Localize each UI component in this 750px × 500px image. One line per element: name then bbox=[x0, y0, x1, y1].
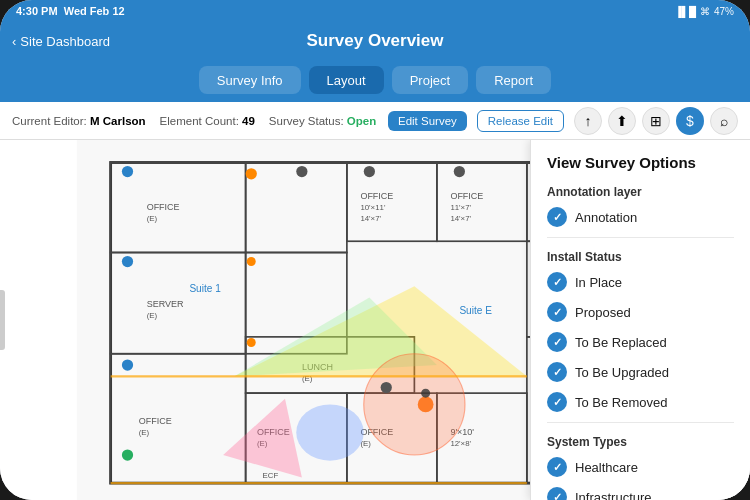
svg-text:(E): (E) bbox=[139, 428, 150, 437]
option-infrastructure[interactable]: Infrastructure bbox=[547, 487, 734, 500]
wifi-icon: ⌘ bbox=[700, 6, 710, 17]
svg-text:Suite 1: Suite 1 bbox=[189, 283, 221, 294]
search-icon[interactable]: ⌕ bbox=[710, 107, 738, 135]
back-label: Site Dashboard bbox=[20, 34, 110, 49]
option-to-be-upgraded[interactable]: To Be Upgraded bbox=[547, 362, 734, 382]
svg-text:ECF: ECF bbox=[263, 471, 279, 480]
svg-point-62 bbox=[247, 338, 256, 347]
device-frame: 4:30 PM Wed Feb 12 ▐▌█ ⌘ 47% ‹ Site Dash… bbox=[0, 0, 750, 500]
svg-point-54 bbox=[296, 166, 307, 177]
infrastructure-label: Infrastructure bbox=[575, 490, 652, 501]
svg-text:14'×7': 14'×7' bbox=[450, 214, 471, 223]
annotation-layer-header: Annotation layer bbox=[547, 185, 734, 199]
tab-project[interactable]: Project bbox=[392, 66, 468, 94]
option-in-place[interactable]: In Place bbox=[547, 272, 734, 292]
system-types-header: System Types bbox=[547, 435, 734, 449]
svg-text:OFFICE: OFFICE bbox=[139, 416, 172, 426]
svg-point-46 bbox=[296, 404, 364, 460]
check-proposed-icon bbox=[547, 302, 567, 322]
check-annotation-icon bbox=[547, 207, 567, 227]
status-time: 4:30 PM Wed Feb 12 bbox=[16, 5, 125, 17]
tab-survey-info[interactable]: Survey Info bbox=[199, 66, 301, 94]
svg-point-52 bbox=[122, 166, 133, 177]
svg-point-67 bbox=[421, 389, 430, 398]
check-removed-icon bbox=[547, 392, 567, 412]
left-scroll-handle bbox=[0, 290, 5, 350]
tab-report[interactable]: Report bbox=[476, 66, 551, 94]
svg-point-66 bbox=[418, 397, 434, 413]
svg-point-55 bbox=[364, 166, 375, 177]
svg-point-61 bbox=[247, 257, 256, 266]
tab-bar: Survey Info Layout Project Report bbox=[0, 60, 750, 102]
svg-point-45 bbox=[364, 354, 465, 455]
editor-label: Current Editor: M Carlson bbox=[12, 115, 146, 127]
option-to-be-replaced[interactable]: To Be Replaced bbox=[547, 332, 734, 352]
view-survey-options-panel: View Survey Options Annotation layer Ann… bbox=[530, 140, 750, 500]
to-be-replaced-label: To Be Replaced bbox=[575, 335, 667, 350]
app-header: ‹ Site Dashboard Survey Overview bbox=[0, 22, 750, 60]
install-status-header: Install Status bbox=[547, 250, 734, 264]
option-annotation[interactable]: Annotation bbox=[547, 207, 734, 227]
svg-point-59 bbox=[122, 359, 133, 370]
status-icons: ▐▌█ ⌘ 47% bbox=[675, 6, 734, 17]
edit-survey-button[interactable]: Edit Survey bbox=[388, 111, 467, 131]
svg-text:10'×11': 10'×11' bbox=[360, 203, 386, 212]
divider-2 bbox=[547, 422, 734, 423]
check-upgraded-icon bbox=[547, 362, 567, 382]
option-healthcare[interactable]: Healthcare bbox=[547, 457, 734, 477]
svg-text:(E): (E) bbox=[147, 311, 158, 320]
page-title: Survey Overview bbox=[306, 31, 443, 51]
check-healthcare-icon bbox=[547, 457, 567, 477]
upload-icon[interactable]: ↑ bbox=[574, 107, 602, 135]
layers-icon[interactable]: ⊞ bbox=[642, 107, 670, 135]
svg-point-60 bbox=[122, 449, 133, 460]
back-button[interactable]: ‹ Site Dashboard bbox=[12, 34, 110, 49]
svg-text:OFFICE: OFFICE bbox=[147, 202, 180, 212]
options-panel-title: View Survey Options bbox=[547, 154, 734, 171]
release-edit-button[interactable]: Release Edit bbox=[477, 110, 564, 132]
dollar-icon[interactable]: $ bbox=[676, 107, 704, 135]
svg-text:11'×7': 11'×7' bbox=[450, 203, 471, 212]
tab-layout[interactable]: Layout bbox=[309, 66, 384, 94]
svg-point-53 bbox=[246, 168, 257, 179]
in-place-label: In Place bbox=[575, 275, 622, 290]
signal-icon: ▐▌█ bbox=[675, 6, 696, 17]
annotation-label: Annotation bbox=[575, 210, 637, 225]
svg-point-56 bbox=[454, 166, 465, 177]
healthcare-label: Healthcare bbox=[575, 460, 638, 475]
svg-text:14'×7': 14'×7' bbox=[360, 214, 381, 223]
editor-value: M Carlson bbox=[90, 115, 146, 127]
status-bar: 4:30 PM Wed Feb 12 ▐▌█ ⌘ 47% bbox=[0, 0, 750, 22]
share-icon[interactable]: ⬆ bbox=[608, 107, 636, 135]
divider-1 bbox=[547, 237, 734, 238]
svg-text:Suite E: Suite E bbox=[459, 305, 492, 316]
option-proposed[interactable]: Proposed bbox=[547, 302, 734, 322]
main-content: OFFICE (E) SERVER (E) OFFICE (E) OFFICE … bbox=[0, 140, 750, 500]
battery-icon: 47% bbox=[714, 6, 734, 17]
svg-text:12'×8': 12'×8' bbox=[450, 439, 471, 448]
to-be-removed-label: To Be Removed bbox=[575, 395, 668, 410]
check-in-place-icon bbox=[547, 272, 567, 292]
check-replaced-icon bbox=[547, 332, 567, 352]
check-infrastructure-icon bbox=[547, 487, 567, 500]
proposed-label: Proposed bbox=[575, 305, 631, 320]
svg-point-63 bbox=[381, 382, 392, 393]
element-count-value: 49 bbox=[242, 115, 255, 127]
survey-status-label: Survey Status: Open bbox=[269, 115, 376, 127]
to-be-upgraded-label: To Be Upgraded bbox=[575, 365, 669, 380]
survey-status-value: Open bbox=[347, 115, 376, 127]
element-count-label: Element Count: 49 bbox=[160, 115, 255, 127]
back-chevron-icon: ‹ bbox=[12, 34, 16, 49]
svg-text:(E): (E) bbox=[147, 214, 158, 223]
option-to-be-removed[interactable]: To Be Removed bbox=[547, 392, 734, 412]
svg-text:SERVER: SERVER bbox=[147, 299, 184, 309]
svg-text:OFFICE: OFFICE bbox=[450, 191, 483, 201]
toolbar-info: Current Editor: M Carlson Element Count:… bbox=[12, 115, 378, 127]
toolbar-icon-group: ↑ ⬆ ⊞ $ ⌕ bbox=[574, 107, 738, 135]
svg-text:OFFICE: OFFICE bbox=[360, 191, 393, 201]
editor-toolbar: Current Editor: M Carlson Element Count:… bbox=[0, 102, 750, 140]
svg-point-58 bbox=[122, 256, 133, 267]
